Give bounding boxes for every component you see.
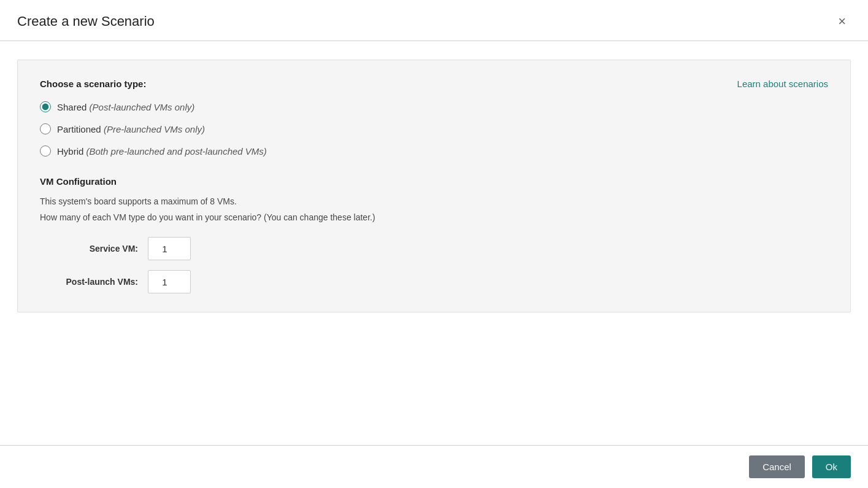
- modal-title: Create a new Scenario: [17, 14, 155, 29]
- hybrid-sublabel: (Both pre-launched and post-launched VMs…: [86, 146, 267, 157]
- shared-radio[interactable]: [40, 101, 51, 112]
- shared-label: Shared (Post-launched VMs only): [57, 102, 194, 112]
- modal-header: Create a new Scenario ×: [0, 0, 868, 41]
- service-vm-row: Service VM:: [40, 237, 828, 260]
- create-scenario-modal: Create a new Scenario × Choose a scenari…: [0, 0, 868, 488]
- cancel-button[interactable]: Cancel: [749, 455, 805, 478]
- partitioned-label: Partitioned (Pre-launched VMs only): [57, 124, 205, 134]
- modal-body: Choose a scenario type: Learn about scen…: [0, 41, 868, 445]
- shared-sublabel: (Post-launched VMs only): [90, 102, 195, 112]
- content-panel: Choose a scenario type: Learn about scen…: [17, 60, 851, 312]
- scenario-type-label: Choose a scenario type:: [40, 79, 146, 89]
- service-vm-label: Service VM:: [40, 244, 138, 254]
- vm-config-section: VM Configuration This system's board sup…: [40, 176, 828, 293]
- shared-option[interactable]: Shared (Post-launched VMs only): [40, 101, 828, 112]
- vm-config-desc2: How many of each VM type do you want in …: [40, 212, 828, 222]
- vm-config-title: VM Configuration: [40, 176, 828, 187]
- hybrid-radio[interactable]: [40, 145, 51, 157]
- hybrid-option[interactable]: Hybrid (Both pre-launched and post-launc…: [40, 145, 828, 157]
- postlaunch-vms-input[interactable]: [148, 270, 191, 293]
- partitioned-option[interactable]: Partitioned (Pre-launched VMs only): [40, 123, 828, 134]
- panel-header-row: Choose a scenario type: Learn about scen…: [40, 79, 828, 89]
- vm-inputs: Service VM: Post-launch VMs:: [40, 237, 828, 293]
- postlaunch-vms-label: Post-launch VMs:: [40, 277, 138, 287]
- learn-about-scenarios-link[interactable]: Learn about scenarios: [737, 79, 828, 89]
- close-button[interactable]: ×: [833, 12, 851, 31]
- partitioned-radio[interactable]: [40, 123, 51, 134]
- modal-footer: Cancel Ok: [0, 445, 868, 488]
- postlaunch-vms-row: Post-launch VMs:: [40, 270, 828, 293]
- scenario-type-radio-group: Shared (Post-launched VMs only) Partitio…: [40, 101, 828, 157]
- hybrid-label: Hybrid (Both pre-launched and post-launc…: [57, 146, 267, 157]
- service-vm-input[interactable]: [148, 237, 191, 260]
- vm-config-desc1: This system's board supports a maximum o…: [40, 196, 828, 206]
- ok-button[interactable]: Ok: [812, 455, 851, 478]
- partitioned-sublabel: (Pre-launched VMs only): [104, 124, 205, 134]
